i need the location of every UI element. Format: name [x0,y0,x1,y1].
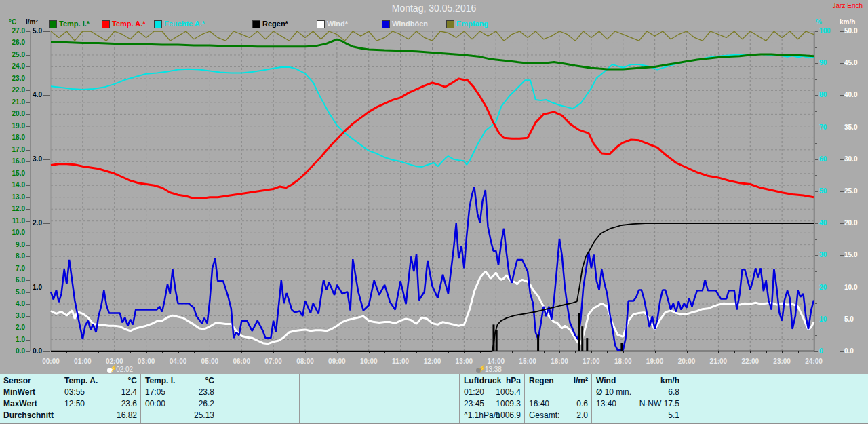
table-col-unit: hPa [464,376,521,387]
watermark-user-name: Jarz Erich [833,2,863,9]
rain-axis-tick-label: 3.0 [24,156,42,163]
x-axis-tick-label: 22:00 [736,358,764,365]
table-col-unit: °C [145,376,214,387]
legend-label-temp-i: Temp. I.* [59,20,90,28]
legend-swatch-temp-a-icon [102,20,110,28]
x-axis-tick-label: 01:00 [69,358,96,365]
humidity-axis-tick-label: 70 [819,124,837,131]
x-axis-minor-tick [798,351,799,353]
wind-axis-unit-label: km/h [840,18,855,26]
x-axis-minor-tick [655,351,656,353]
legend-swatch-windboeen-icon [382,20,390,28]
x-axis-tick-label: 05:00 [196,358,223,365]
x-axis-tick-label: 13:00 [450,358,477,365]
rain-axis-tick-label: 4.0 [24,92,42,98]
x-axis-tick-label: 04:00 [165,358,192,365]
humidity-axis-tick-label: 20 [819,284,837,291]
humidity-axis-tick-label: 80 [819,92,837,98]
x-axis-minor-tick [734,351,735,353]
humidity-axis-tick-label: 60 [819,156,837,163]
table-cell-value: 26.2 [145,399,214,410]
temp-axis-tick-label: 7.0 [7,265,25,272]
table-column-separator [299,374,300,423]
table-row-label: Sensor [3,376,58,387]
x-axis-tick-label: 17:00 [578,358,605,365]
x-axis-minor-tick [591,351,592,353]
table-column-separator [591,374,592,423]
rain-axis-tick [43,288,50,288]
wind-axis-tick-label: 45.0 [844,60,862,66]
temp-axis-tick-label: 3.0 [7,313,25,320]
temp-axis-tick-label: 21.0 [7,99,25,106]
rain-axis-tick [43,159,50,160]
legend-label-temp-a: Temp. A.* [112,20,146,28]
wind-axis-tick-label: 30.0 [844,156,862,163]
x-axis-tick-label: 12:00 [419,358,446,365]
x-axis-minor-tick [607,351,608,353]
table-cell-value: 23.6 [64,399,137,410]
table-cell-value: 1005.4 [464,387,521,399]
legend-label-feuchte-a: Feuchte A.* [164,20,205,28]
table-cell-value: 25.13 [145,410,214,422]
legend-label-windboeen: Windböen [392,20,428,28]
wind-axis-tick [840,351,844,352]
table-cell-value: N-NW 17.5 [596,399,679,410]
humidity-axis-tick-label: 100 [819,28,837,35]
x-axis-minor-tick [639,351,639,353]
temp-axis-tick-label: 18.0 [7,134,25,141]
table-cell-value: 2.0 [529,410,588,422]
x-axis-tick-label: 18:00 [610,358,637,365]
temp-axis-tick-label: 12.0 [7,206,25,212]
x-axis-tick-label: 19:00 [642,358,669,365]
table-column-separator [218,374,218,423]
rain-axis-tick [43,351,50,352]
humidity-axis-tick-label: 0 [819,348,837,355]
humidity-axis-line [814,31,815,351]
temp-axis-tick-label: 2.0 [7,324,25,331]
x-axis-minor-tick [766,351,767,353]
legend-swatch-temp-i-icon [49,20,57,28]
table-cell-value: 12.4 [64,387,137,399]
table-column-separator [524,374,525,423]
temp-axis-tick-label: 26.0 [7,39,25,46]
x-axis-tick-label: 10:00 [355,358,382,365]
chart-plot-area[interactable] [51,31,814,351]
x-axis-minor-tick [512,351,513,353]
rain-axis-unit-label: l/m² [26,18,38,26]
x-axis-tick-label: 15:00 [514,358,541,365]
x-axis-tick-label: 08:00 [292,358,319,365]
table-column-separator [380,374,380,423]
legend-label-regen: Regen* [262,20,288,28]
x-axis-tick-label: 20:00 [673,358,701,365]
temp-axis-tick-label: 9.0 [7,242,25,248]
table-column-separator [60,374,60,423]
table-row-label: MaxWert [3,399,58,410]
table-cell-value: 16.82 [64,410,137,422]
rain-axis-tick-label: 0.0 [24,348,42,355]
rain-axis-tick-label: 5.0 [24,28,42,35]
x-axis-tick-label: 03:00 [133,358,160,365]
wind-axis-tick-label: 35.0 [844,124,862,131]
table-cell-value: 23.8 [145,387,214,399]
x-axis-tick-label: 00:00 [37,358,64,365]
table-column-separator [140,374,141,423]
legend-label-empfang: Empfang [456,20,488,28]
temp-axis-line [30,31,31,351]
wind-axis-tick-label: 40.0 [844,92,862,98]
table-cell-value: 1006.9 [464,410,521,422]
x-axis-minor-tick [575,351,576,353]
x-axis-minor-tick [528,351,528,353]
x-axis-tick-label: 16:00 [546,358,573,365]
event-marker-13-38: ⚡13:38 [476,366,502,374]
table-col-unit: l/m² [529,376,588,387]
legend-swatch-regen-icon [252,20,260,28]
sun-lightning-icon: ⚡ [107,366,116,374]
wind-axis-tick-label: 10.0 [844,284,862,291]
table-cell-value: 6.8 [596,387,679,399]
wind-axis-line [840,31,840,351]
x-axis-tick-label: 21:00 [705,358,732,365]
page-title: Montag, 30.05.2016 [0,3,868,14]
x-axis-tick-label: 23:00 [768,358,795,365]
humidity-axis-tick-label: 10 [819,316,837,323]
temp-axis-tick-label: 10.0 [7,229,25,236]
